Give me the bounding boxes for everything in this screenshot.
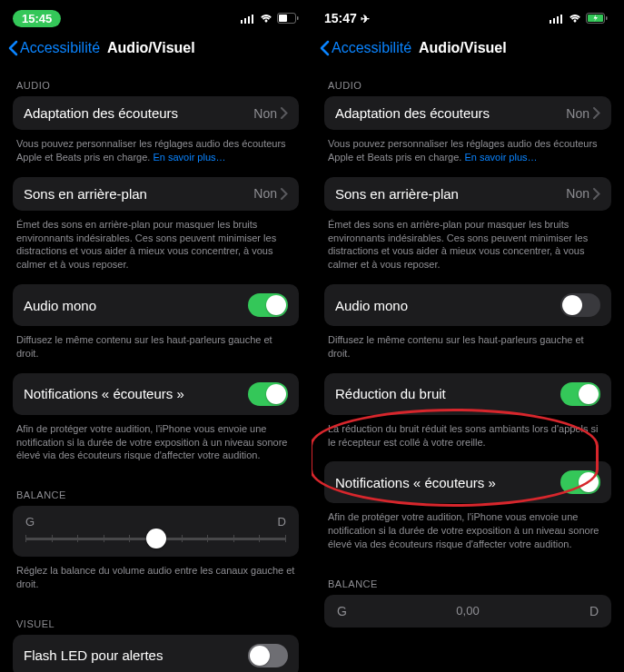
notif-footer: Afin de protéger votre audition, l'iPhon… <box>324 509 611 564</box>
section-header-visual: VISUEL <box>16 618 299 629</box>
nav-bar: Accessibilité Audio/Visuel <box>0 36 312 65</box>
section-header-balance: BALANCE <box>16 489 299 500</box>
balance-right-label: D <box>589 604 599 618</box>
status-icons <box>550 13 611 24</box>
chevron-right-icon <box>281 188 288 200</box>
svg-rect-10 <box>560 15 562 24</box>
bg-sounds-footer: Émet des sons en arrière-plan pour masqu… <box>324 216 611 284</box>
svg-rect-0 <box>241 20 243 24</box>
battery-icon <box>277 13 299 24</box>
led-flash-cell: Flash LED pour alertes <box>13 635 299 672</box>
cell-value: Non <box>253 106 277 121</box>
chevron-right-icon <box>281 107 288 119</box>
screen-left: 15:45 Accessibilité Audio/Visuel AUDIO A… <box>0 0 312 672</box>
mono-footer: Diffusez le même contenu sur les haut-pa… <box>324 331 611 373</box>
content: AUDIO Adaptation des écouteurs Non Vous … <box>0 80 312 672</box>
chevron-right-icon <box>593 107 600 119</box>
section-header-audio: AUDIO <box>328 80 611 91</box>
background-sounds-cell[interactable]: Sons en arrière-plan Non <box>324 177 611 211</box>
headphone-adaptation-cell[interactable]: Adaptation des écouteurs Non <box>324 96 611 130</box>
svg-rect-5 <box>279 15 287 22</box>
balance-left-label: G <box>337 604 347 618</box>
noise-reduction-cell: Réduction du bruit <box>324 373 611 415</box>
mono-audio-cell: Audio mono <box>324 284 611 326</box>
cell-label: Notifications « écouteurs » <box>24 386 184 401</box>
cell-value: Non <box>253 186 277 201</box>
battery-charging-icon <box>586 13 611 24</box>
status-bar: 15:45 <box>0 0 312 36</box>
wifi-icon <box>568 13 582 24</box>
signal-icon <box>241 14 255 24</box>
learn-more-link[interactable]: En savoir plus… <box>153 152 225 163</box>
cell-label: Notifications « écouteurs » <box>335 475 496 490</box>
cell-label: Sons en arrière-plan <box>24 186 147 202</box>
balance-center-value: 0,00 <box>456 604 479 618</box>
headphone-footer: Vous pouvez personnaliser les réglages a… <box>324 135 611 177</box>
mono-footer: Diffusez le même contenu sur les haut-pa… <box>13 331 299 373</box>
headphone-notifications-toggle[interactable] <box>248 382 288 406</box>
back-label: Accessibilité <box>332 40 411 56</box>
status-time: 15:47 ✈ <box>324 11 371 25</box>
location-icon: ✈ <box>361 13 370 25</box>
headphone-notifications-cell: Notifications « écouteurs » <box>324 461 611 503</box>
chevron-right-icon <box>593 188 600 200</box>
led-flash-toggle[interactable] <box>248 644 288 667</box>
chevron-left-icon <box>319 40 330 56</box>
bg-sounds-footer: Émet des sons en arrière-plan pour masqu… <box>13 216 299 284</box>
balance-left-label: G <box>25 515 35 529</box>
mono-audio-toggle[interactable] <box>248 293 288 317</box>
cell-label: Audio mono <box>24 298 96 313</box>
svg-rect-2 <box>248 16 250 24</box>
headphone-adaptation-cell[interactable]: Adaptation des écouteurs Non <box>13 96 299 130</box>
back-button[interactable]: Accessibilité <box>7 40 100 56</box>
cell-label: Sons en arrière-plan <box>335 186 459 202</box>
svg-rect-8 <box>553 18 555 24</box>
chevron-left-icon <box>7 40 18 56</box>
back-button[interactable]: Accessibilité <box>319 40 411 56</box>
time-pill: 15:45 <box>13 10 61 27</box>
screen-right: 15:47 ✈ Accessibilité Audio/Visuel AUDIO… <box>312 0 624 672</box>
cell-label: Adaptation des écouteurs <box>24 105 178 121</box>
notif-footer: Afin de protéger votre audition, l'iPhon… <box>13 420 299 476</box>
balance-labels-row: G 0,00 D <box>324 595 611 628</box>
svg-rect-7 <box>550 20 551 24</box>
svg-rect-6 <box>297 16 299 20</box>
signal-icon <box>550 14 564 24</box>
balance-footer: Réglez la balance du volume audio entre … <box>13 562 299 604</box>
back-label: Accessibilité <box>20 40 100 56</box>
learn-more-link[interactable]: En savoir plus… <box>464 152 537 163</box>
nav-bar: Accessibilité Audio/Visuel <box>312 36 624 65</box>
headphone-notifications-toggle[interactable] <box>560 470 600 494</box>
noise-footer: La réduction du bruit réduit les sons am… <box>324 420 611 462</box>
nav-title: Audio/Visuel <box>419 40 507 56</box>
noise-reduction-toggle[interactable] <box>560 382 600 406</box>
wifi-icon <box>259 13 273 24</box>
cell-value: Non <box>566 106 589 121</box>
slider-thumb[interactable] <box>146 529 166 548</box>
cell-label: Audio mono <box>335 298 408 313</box>
cell-label: Adaptation des écouteurs <box>335 105 490 121</box>
background-sounds-cell[interactable]: Sons en arrière-plan Non <box>13 177 299 211</box>
cell-label: Flash LED pour alertes <box>24 647 163 663</box>
mono-audio-cell: Audio mono <box>13 284 299 326</box>
balance-slider[interactable] <box>25 538 286 540</box>
svg-rect-3 <box>252 15 253 24</box>
section-header-audio: AUDIO <box>16 80 299 91</box>
balance-right-label: D <box>278 515 286 529</box>
cell-label: Réduction du bruit <box>335 386 446 401</box>
svg-rect-1 <box>244 18 246 24</box>
headphone-footer: Vous pouvez personnaliser les réglages a… <box>13 135 299 177</box>
balance-slider-cell: G D <box>13 506 299 557</box>
status-bar: 15:47 ✈ <box>312 0 624 36</box>
cell-value: Non <box>566 186 589 201</box>
svg-rect-13 <box>606 16 608 20</box>
section-header-balance: BALANCE <box>328 578 611 589</box>
svg-rect-9 <box>557 16 559 24</box>
nav-title: Audio/Visuel <box>107 40 195 56</box>
content: AUDIO Adaptation des écouteurs Non Vous … <box>312 80 624 628</box>
status-icons <box>241 13 299 24</box>
mono-audio-toggle[interactable] <box>560 293 600 317</box>
headphone-notifications-cell: Notifications « écouteurs » <box>13 373 299 415</box>
